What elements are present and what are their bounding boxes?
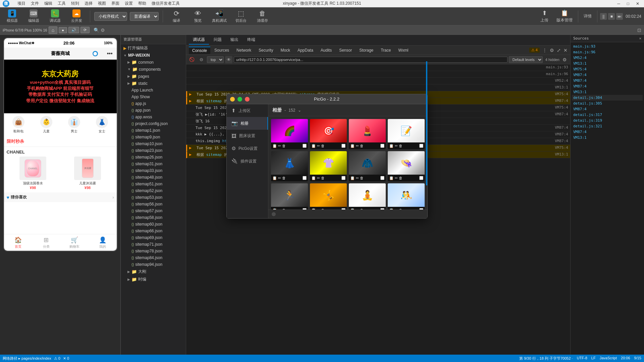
- file-app-show[interactable]: App Show: [121, 94, 186, 100]
- log-source[interactable]: VM75:4: [541, 92, 568, 96]
- cloud-btn[interactable]: ☁ 云开发: [67, 9, 86, 24]
- picgo-sort-btn[interactable]: ⌄: [298, 108, 301, 113]
- img-select-3[interactable]: [380, 144, 384, 148]
- file-sitemap51[interactable]: {} sitemap51.json: [121, 181, 186, 187]
- file-sitemap78[interactable]: {} sitemap78.json: [121, 248, 186, 254]
- menu-item-file[interactable]: 文件: [31, 1, 39, 6]
- cut-btn[interactable]: ⬚ 切后台: [231, 9, 250, 24]
- record-stop-btn[interactable]: ■: [608, 13, 615, 20]
- record-btn[interactable]: ●: [59, 27, 67, 33]
- source-line[interactable]: VM87:4: [572, 78, 643, 83]
- compile-select[interactable]: 普通编译: [130, 12, 159, 21]
- compile-btn[interactable]: ⟳ 编译: [167, 9, 186, 24]
- file-sitemap31[interactable]: {} sitemap31.json: [121, 161, 186, 167]
- audio-btn[interactable]: 🔊: [68, 27, 79, 33]
- log-source10[interactable]: VM13:1: [541, 152, 568, 157]
- record-pause-btn[interactable]: ||: [600, 13, 607, 20]
- file-sitemap56[interactable]: {} sitemap56.json: [121, 201, 186, 207]
- img-select-2[interactable]: [341, 144, 345, 148]
- console-filter-btn[interactable]: ⊝: [198, 56, 205, 63]
- file-sitemap9[interactable]: {} sitemap9.json: [121, 134, 186, 140]
- img-delete-btn-11[interactable]: 🗑: [360, 208, 364, 210]
- picgo-app-settings[interactable]: ⚙ PicGo设置: [227, 142, 268, 155]
- file-app-launch[interactable]: App Launch: [121, 87, 186, 94]
- tab-output[interactable]: 输出: [226, 36, 243, 45]
- img-copy-btn-5[interactable]: 📋: [272, 176, 277, 180]
- img-select-4[interactable]: [419, 144, 423, 148]
- sec-tab-network[interactable]: Network: [233, 47, 255, 54]
- source-line[interactable]: VM13:1: [572, 135, 643, 140]
- picgo-image-settings[interactable]: 🖼 图床设置: [227, 130, 268, 142]
- img-select-9[interactable]: [303, 208, 307, 209]
- img-delete-btn-1[interactable]: 🗑: [282, 144, 286, 148]
- log-source[interactable]: main.js:96: [541, 72, 568, 76]
- img-edit-btn-2[interactable]: ✏: [317, 144, 320, 148]
- console-url-input[interactable]: [234, 57, 507, 63]
- img-copy-btn-9[interactable]: 📋: [272, 208, 277, 210]
- source-line[interactable]: VM87:4: [572, 106, 643, 112]
- file-sitemap69[interactable]: {} sitemap69.json: [121, 234, 186, 241]
- detail-btn[interactable]: 详情: [581, 12, 594, 20]
- source-line[interactable]: VM52:4: [572, 55, 643, 61]
- img-copy-btn-6[interactable]: 📋: [311, 176, 316, 180]
- devtools-close-icon[interactable]: ✕: [564, 48, 568, 53]
- sec-tab-appdata[interactable]: AppData: [294, 47, 317, 54]
- img-copy-btn-2[interactable]: 📋: [311, 144, 316, 148]
- folder-pages[interactable]: ▶ 📁 pages: [121, 73, 186, 80]
- file-search-btn[interactable]: 🔍: [94, 27, 99, 33]
- recommend-arrow-icon[interactable]: ›: [113, 195, 114, 200]
- nav-profile[interactable]: 👤 我的: [89, 236, 117, 249]
- file-sitemap10[interactable]: {} sitemap10.json: [121, 140, 186, 147]
- editor-btn[interactable]: ⌨ 编辑器: [24, 9, 43, 24]
- img-edit-btn-11[interactable]: ✏: [356, 208, 359, 210]
- tab-debugger[interactable]: 调试器: [189, 36, 209, 45]
- sec-tab-audits[interactable]: Audits: [317, 47, 335, 54]
- category-shoes[interactable]: 👜 鞋和包: [5, 116, 32, 134]
- img-delete-btn-5[interactable]: 🗑: [282, 176, 286, 180]
- home-indicator-btn[interactable]: ⌂: [49, 26, 57, 34]
- file-project-config[interactable]: {} project.config.json: [121, 120, 186, 127]
- chanel-product-2[interactable]: 沐浴露 儿童沐浴露 ¥98: [61, 157, 114, 190]
- file-appjs[interactable]: {} app.js: [121, 100, 186, 107]
- devtools-settings-icon[interactable]: ⚙: [550, 48, 554, 53]
- source-line[interactable]: VM87:4: [572, 72, 643, 78]
- img-copy-btn-12[interactable]: 📋: [389, 208, 394, 210]
- picgo-maximize-btn[interactable]: [237, 97, 242, 102]
- preview-btn[interactable]: 👁 预览: [189, 9, 207, 24]
- log-source[interactable]: VM52:4: [541, 78, 568, 83]
- nav-cart[interactable]: 🛒 购物车: [60, 236, 89, 249]
- log-source6[interactable]: VM87:4: [541, 125, 568, 130]
- tab-issues[interactable]: 问题: [210, 36, 226, 45]
- img-edit-btn-1[interactable]: ✏: [278, 144, 281, 148]
- menu-item-edit[interactable]: 编辑: [44, 1, 52, 6]
- log-level-select[interactable]: Default levels: [509, 56, 543, 63]
- split-view-btn[interactable]: ⊡: [637, 27, 641, 33]
- record-next-btn[interactable]: ⏭: [616, 13, 623, 20]
- window-maximize-btn[interactable]: □: [625, 1, 631, 6]
- menu-item-wx[interactable]: 微信开发者工具: [152, 1, 180, 6]
- console-clear-btn[interactable]: 🚫: [188, 56, 196, 63]
- img-delete-btn-8[interactable]: 🗑: [399, 176, 402, 180]
- sec-tab-console[interactable]: Console: [189, 47, 210, 54]
- version-btn[interactable]: 📋 版本管理: [554, 8, 575, 24]
- category-women[interactable]: 👗 女士: [89, 116, 115, 134]
- img-delete-btn-10[interactable]: 🗑: [321, 208, 325, 210]
- picgo-titlebar[interactable]: PicGo - 2.2.2: [227, 94, 427, 104]
- source-line[interactable]: detail.js:305: [572, 101, 643, 106]
- img-edit-btn-12[interactable]: ✏: [395, 208, 398, 210]
- menu-item-interface[interactable]: 界面: [111, 1, 119, 6]
- img-edit-btn-4[interactable]: ✏: [395, 144, 398, 148]
- picgo-album[interactable]: 📷 相册: [227, 117, 268, 130]
- img-edit-btn-7[interactable]: ✏: [356, 176, 359, 180]
- file-sitemap66[interactable]: {} sitemap66.json: [121, 228, 186, 234]
- img-edit-btn-10[interactable]: ✏: [317, 208, 320, 210]
- log-source9[interactable]: VM75:4: [541, 145, 568, 150]
- open-editor-btn[interactable]: ▶ 打开编辑器: [121, 44, 186, 52]
- source-line[interactable]: detail.js:304: [572, 95, 643, 101]
- img-delete-btn-9[interactable]: 🗑: [282, 208, 286, 210]
- source-line[interactable]: VM13:1: [572, 61, 643, 66]
- real-machine-btn[interactable]: 📲 真机调试: [210, 9, 229, 24]
- img-copy-btn-10[interactable]: 📋: [311, 208, 316, 210]
- nav-dots[interactable]: •••: [107, 51, 113, 57]
- img-delete-btn-12[interactable]: 🗑: [399, 208, 402, 210]
